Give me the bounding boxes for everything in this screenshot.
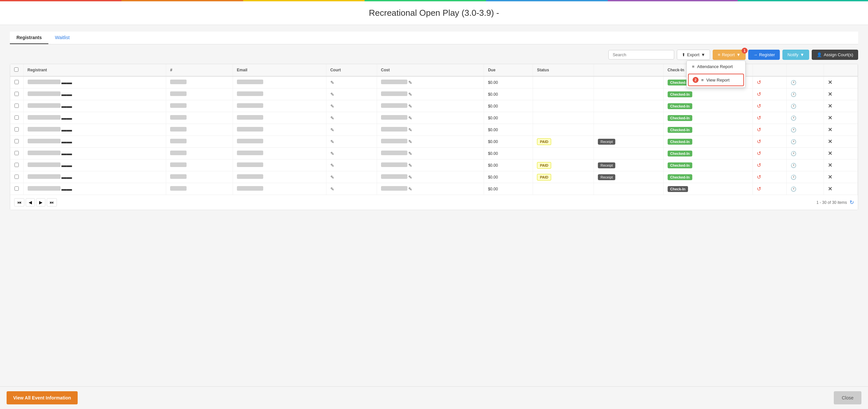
number-value bbox=[170, 115, 187, 120]
court-edit-icon[interactable]: ✎ bbox=[330, 139, 334, 144]
delete-button[interactable]: ✕ bbox=[828, 150, 832, 157]
clock-button[interactable]: 🕐 bbox=[791, 151, 796, 156]
court-edit-icon[interactable]: ✎ bbox=[330, 151, 334, 156]
clock-button[interactable]: 🕐 bbox=[791, 104, 796, 109]
court-edit-icon[interactable]: ✎ bbox=[330, 163, 334, 168]
export-button[interactable]: ⬆ Export ▼ bbox=[677, 49, 710, 60]
delete-button[interactable]: ✕ bbox=[828, 79, 832, 86]
select-all-checkbox[interactable] bbox=[14, 67, 19, 72]
court-cell: ✎ bbox=[326, 136, 377, 148]
tab-registrants[interactable]: Registrants bbox=[10, 32, 49, 44]
cost-value bbox=[381, 103, 407, 108]
cost-edit-icon[interactable]: ✎ bbox=[408, 80, 412, 85]
row-checkbox[interactable] bbox=[14, 186, 19, 191]
court-edit-icon[interactable]: ✎ bbox=[330, 175, 334, 180]
clock-button[interactable]: 🕐 bbox=[791, 163, 796, 168]
clock-button[interactable]: 🕐 bbox=[791, 80, 796, 85]
checkin-badge: Checked-In bbox=[668, 103, 692, 109]
page-title: Recreational Open Play (3.0-3.9) - bbox=[13, 8, 855, 18]
next-page-btn[interactable]: ▶ bbox=[36, 198, 45, 206]
clock-button[interactable]: 🕐 bbox=[791, 92, 796, 97]
delete-button[interactable]: ✕ bbox=[828, 103, 832, 109]
cost-edit-icon[interactable]: ✎ bbox=[408, 151, 412, 156]
clock-button[interactable]: 🕐 bbox=[791, 115, 796, 121]
number-cell bbox=[166, 124, 233, 136]
cost-edit-icon[interactable]: ✎ bbox=[408, 115, 412, 121]
cost-edit-icon[interactable]: ✎ bbox=[408, 186, 412, 192]
clock-button[interactable]: 🕐 bbox=[791, 186, 796, 192]
court-edit-icon[interactable]: ✎ bbox=[330, 186, 334, 192]
row-checkbox[interactable] bbox=[14, 115, 19, 120]
undo-button[interactable]: ↺ bbox=[757, 115, 761, 121]
court-edit-icon[interactable]: ✎ bbox=[330, 115, 334, 121]
delete-button[interactable]: ✕ bbox=[828, 186, 832, 192]
row-checkbox[interactable] bbox=[14, 175, 19, 179]
undo-button[interactable]: ↺ bbox=[757, 162, 761, 168]
cost-value bbox=[381, 174, 407, 179]
row-checkbox[interactable] bbox=[14, 139, 19, 143]
number-value bbox=[170, 79, 187, 84]
clock-button[interactable]: 🕐 bbox=[791, 127, 796, 133]
row-checkbox[interactable] bbox=[14, 104, 19, 108]
receipt-button[interactable]: Receipt bbox=[598, 139, 615, 145]
registrant-name bbox=[28, 103, 61, 108]
undo-button[interactable]: ↺ bbox=[757, 186, 761, 192]
undo-button[interactable]: ↺ bbox=[757, 79, 761, 86]
cost-edit-icon[interactable]: ✎ bbox=[408, 127, 412, 133]
row-checkbox[interactable] bbox=[14, 163, 19, 167]
row-checkbox[interactable] bbox=[14, 127, 19, 132]
view-report-item[interactable]: 2 ≡ View Report bbox=[688, 74, 744, 86]
receipt-button[interactable]: Receipt bbox=[598, 162, 615, 168]
delete-button[interactable]: ✕ bbox=[828, 174, 832, 180]
court-edit-icon[interactable]: ✎ bbox=[330, 104, 334, 109]
undo-button[interactable]: ↺ bbox=[757, 174, 761, 180]
row-checkbox[interactable] bbox=[14, 92, 19, 96]
checkin-badge[interactable]: Check-In bbox=[668, 186, 688, 192]
refresh-icon[interactable]: ↻ bbox=[849, 199, 854, 205]
undo-button[interactable]: ↺ bbox=[757, 103, 761, 109]
search-input[interactable] bbox=[609, 50, 674, 60]
cost-edit-icon[interactable]: ✎ bbox=[408, 175, 412, 180]
undo-button[interactable]: ↺ bbox=[757, 127, 761, 133]
table-row: ▬▬ ✎ ✎ $0.00 Checked-In ↺ 🕐 ✕ bbox=[10, 124, 858, 136]
cost-edit-icon[interactable]: ✎ bbox=[408, 139, 412, 144]
row-checkbox[interactable] bbox=[14, 80, 19, 84]
notify-button[interactable]: Notify ▼ bbox=[782, 49, 809, 60]
delete-button[interactable]: ✕ bbox=[828, 115, 832, 121]
delete-button[interactable]: ✕ bbox=[828, 138, 832, 145]
undo-button[interactable]: ↺ bbox=[757, 138, 761, 145]
cost-edit-icon[interactable]: ✎ bbox=[408, 104, 412, 109]
clock-button[interactable]: 🕐 bbox=[791, 139, 796, 144]
prev-page-btn[interactable]: ◀ bbox=[26, 198, 35, 206]
row-checkbox[interactable] bbox=[14, 151, 19, 155]
undo-button[interactable]: ↺ bbox=[757, 150, 761, 157]
delete-cell: ✕ bbox=[824, 160, 858, 171]
delete-button[interactable]: ✕ bbox=[828, 91, 832, 97]
attendance-report-item[interactable]: ≡ Attendance Report bbox=[687, 61, 745, 72]
report-button[interactable]: ≡ Report ▼ bbox=[713, 49, 746, 60]
due-cell: $0.00 bbox=[484, 136, 533, 148]
th-due: Due bbox=[484, 64, 533, 76]
th-cost: Cost bbox=[377, 64, 484, 76]
receipt-cell bbox=[594, 183, 664, 195]
court-edit-icon[interactable]: ✎ bbox=[330, 92, 334, 97]
clock-button[interactable]: 🕐 bbox=[791, 175, 796, 180]
receipt-button[interactable]: Receipt bbox=[598, 174, 615, 180]
undo-cell: ↺ bbox=[752, 100, 786, 112]
court-edit-icon[interactable]: ✎ bbox=[330, 80, 334, 85]
last-page-btn[interactable]: ⏭ bbox=[47, 198, 57, 206]
tab-waitlist[interactable]: Waitlist bbox=[49, 32, 76, 44]
assign-courts-button[interactable]: 👤 Assign Court(s) bbox=[812, 49, 858, 60]
row-checkbox-cell bbox=[10, 171, 23, 183]
clock-cell: 🕐 bbox=[786, 76, 824, 89]
register-button[interactable]: → Register bbox=[748, 49, 780, 60]
undo-button[interactable]: ↺ bbox=[757, 91, 761, 97]
court-cell: ✎ bbox=[326, 76, 377, 89]
cost-edit-icon[interactable]: ✎ bbox=[408, 163, 412, 168]
delete-button[interactable]: ✕ bbox=[828, 162, 832, 168]
checkin-badge: Checked-In bbox=[668, 139, 692, 145]
first-page-btn[interactable]: ⏮ bbox=[14, 198, 24, 206]
cost-edit-icon[interactable]: ✎ bbox=[408, 92, 412, 97]
delete-button[interactable]: ✕ bbox=[828, 127, 832, 133]
court-edit-icon[interactable]: ✎ bbox=[330, 127, 334, 133]
